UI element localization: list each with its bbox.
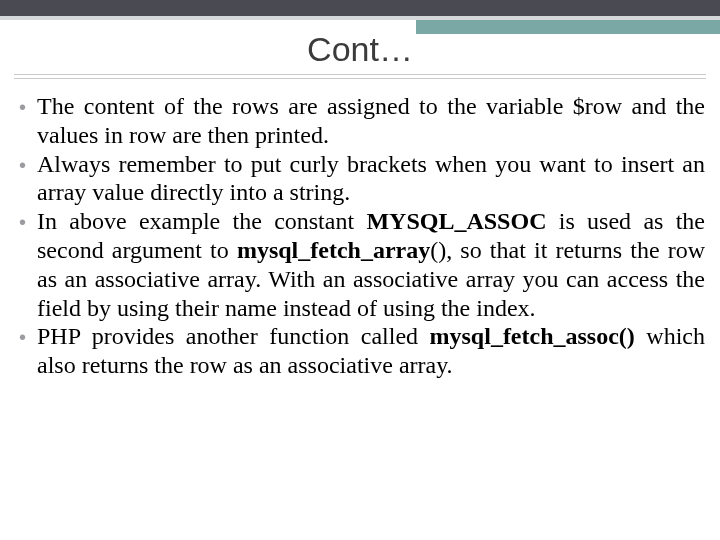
- bullet-marker: •: [19, 322, 37, 351]
- bullet-marker: •: [19, 207, 37, 236]
- bullet-marker: •: [19, 92, 37, 121]
- bullet-item: •The content of the rows are assigned to…: [19, 92, 705, 150]
- bullet-item: •PHP provides another function called my…: [19, 322, 705, 380]
- bullet-item: •Always remember to put curly brackets w…: [19, 150, 705, 208]
- title-underline: [14, 74, 706, 79]
- bullet-item: •In above example the constant MYSQL_ASS…: [19, 207, 705, 322]
- bullet-text: PHP provides another function called mys…: [37, 322, 705, 380]
- bullet-marker: •: [19, 150, 37, 179]
- content-area: •The content of the rows are assigned to…: [19, 92, 705, 380]
- slide-title: Cont…: [0, 30, 720, 69]
- slide: Cont… •The content of the rows are assig…: [0, 0, 720, 540]
- top-bar-dark: [0, 0, 720, 16]
- bullet-text: Always remember to put curly brackets wh…: [37, 150, 705, 208]
- bullet-text: In above example the constant MYSQL_ASSO…: [37, 207, 705, 322]
- bullet-text: The content of the rows are assigned to …: [37, 92, 705, 150]
